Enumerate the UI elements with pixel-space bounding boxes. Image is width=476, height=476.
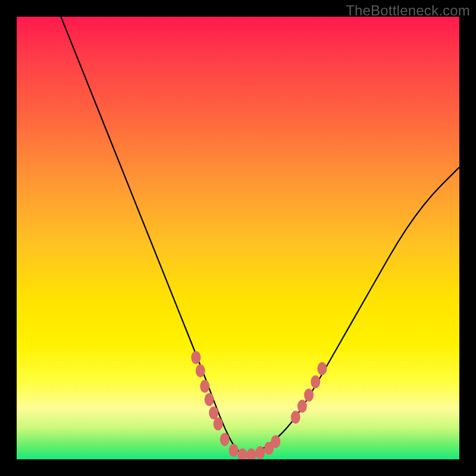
curve-marker — [246, 449, 256, 459]
curve-marker — [311, 375, 320, 389]
curve-marker — [271, 435, 280, 448]
curve-svg — [17, 17, 459, 459]
curve-marker — [229, 444, 239, 457]
plot-area — [17, 17, 459, 459]
curve-marker — [220, 433, 230, 446]
curve-marker — [196, 364, 205, 377]
curve-marker — [209, 406, 218, 419]
curve-marker — [191, 351, 201, 364]
chart-frame: TheBottleneck.com — [0, 0, 476, 476]
curve-marker — [317, 362, 327, 375]
curve-marker — [304, 389, 314, 402]
bottleneck-curve — [61, 17, 459, 455]
curve-marker — [200, 380, 209, 393]
curve-marker — [298, 400, 307, 413]
curve-marker — [291, 411, 300, 424]
curve-marker — [237, 449, 247, 459]
curve-markers — [191, 351, 327, 459]
watermark-text: TheBottleneck.com — [346, 2, 470, 19]
curve-marker — [255, 446, 265, 459]
curve-marker — [205, 393, 214, 406]
curve-marker — [214, 417, 223, 430]
